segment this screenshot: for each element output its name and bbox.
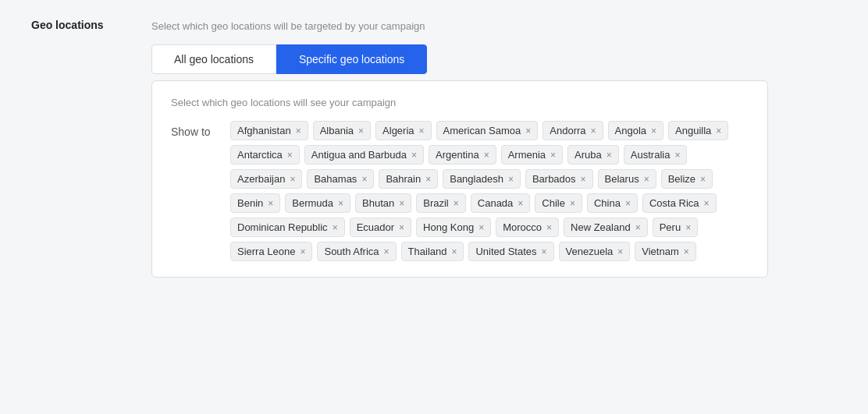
tag-close-icon[interactable]: × (625, 199, 631, 208)
tag-close-icon[interactable]: × (700, 175, 706, 184)
tag-close-icon[interactable]: × (425, 175, 431, 184)
all-geo-button[interactable]: All geo locations (151, 44, 276, 74)
tag-close-icon[interactable]: × (591, 126, 596, 136)
tag-close-icon[interactable]: × (546, 223, 552, 232)
tag-close-icon[interactable]: × (617, 247, 623, 257)
tag-close-icon[interactable]: × (685, 223, 691, 232)
list-item: Bahamas× (307, 169, 374, 189)
list-item: Belarus× (598, 169, 656, 189)
tag-close-icon[interactable]: × (419, 126, 425, 136)
tag-close-icon[interactable]: × (542, 247, 547, 257)
tag-label: China (594, 197, 621, 209)
tag-label: Dominican Republic (237, 221, 328, 233)
tag-close-icon[interactable]: × (478, 223, 484, 232)
tag-label: Argentina (436, 149, 479, 161)
tag-close-icon[interactable]: × (411, 150, 417, 160)
list-item: American Samoa× (436, 121, 539, 140)
tag-label: Andorra (550, 125, 585, 136)
tags-container: Afghanistan×Albania×Algeria×American Sam… (230, 121, 749, 261)
tag-close-icon[interactable]: × (290, 175, 295, 184)
tag-close-icon[interactable]: × (451, 247, 457, 257)
tag-label: Afghanistan (237, 125, 291, 136)
list-item: Vietnam× (635, 242, 695, 261)
tag-label: Peru (660, 221, 681, 233)
list-item: Afghanistan× (230, 121, 308, 140)
tag-label: Azerbaijan (237, 173, 285, 185)
specific-geo-button[interactable]: Specific geo locations (276, 44, 427, 74)
geo-box-description: Select which geo locations will see your… (171, 97, 749, 108)
tag-label: Australia (631, 149, 671, 161)
tag-close-icon[interactable]: × (287, 150, 293, 160)
list-item: Albania× (313, 121, 371, 140)
list-item: Peru× (653, 218, 698, 237)
tag-close-icon[interactable]: × (651, 126, 656, 136)
tag-close-icon[interactable]: × (704, 199, 710, 208)
tag-close-icon[interactable]: × (570, 199, 575, 208)
tag-close-icon[interactable]: × (338, 199, 343, 208)
list-item: Bangladesh× (443, 169, 521, 189)
list-item: Bermuda× (285, 193, 350, 213)
tag-label: Sierra Leone (237, 246, 295, 257)
tag-label: United States (475, 246, 536, 257)
list-item: Angola× (608, 121, 664, 140)
list-item: Australia× (624, 145, 688, 165)
list-item: Bhutan× (355, 193, 411, 213)
tag-label: New Zealand (571, 221, 631, 233)
tag-label: Hong Kong (423, 221, 474, 233)
list-item: Chile× (535, 193, 582, 213)
tag-label: Antarctica (237, 149, 283, 161)
list-item: New Zealand× (564, 218, 648, 237)
geo-locations-section: Geo locations Select which geo locations… (31, 16, 837, 278)
list-item: Canada× (471, 193, 531, 213)
tag-close-icon[interactable]: × (550, 150, 556, 160)
list-item: Belize× (661, 169, 713, 189)
tag-label: Bahamas (314, 173, 357, 185)
tag-close-icon[interactable]: × (508, 175, 514, 184)
list-item: Algeria× (375, 121, 431, 140)
list-item: Barbados× (525, 169, 593, 189)
list-item: Azerbaijan× (230, 169, 302, 189)
section-description: Select which geo locations will be targe… (151, 16, 837, 32)
tag-close-icon[interactable]: × (399, 199, 404, 208)
list-item: Venezuela× (559, 242, 631, 261)
tag-close-icon[interactable]: × (518, 199, 523, 208)
list-item: Dominican Republic× (230, 218, 345, 237)
tag-close-icon[interactable]: × (268, 199, 273, 208)
list-item: Costa Rica× (642, 193, 717, 213)
list-item: China× (587, 193, 638, 213)
tag-label: Morocco (503, 221, 542, 233)
list-item: Ecuador× (350, 218, 411, 237)
tag-close-icon[interactable]: × (384, 247, 390, 257)
show-to-label: Show to (171, 121, 218, 138)
tag-close-icon[interactable]: × (361, 175, 367, 184)
tag-close-icon[interactable]: × (454, 199, 459, 208)
tag-close-icon[interactable]: × (635, 223, 641, 232)
tag-close-icon[interactable]: × (333, 223, 338, 232)
tag-close-icon[interactable]: × (607, 150, 612, 160)
tag-close-icon[interactable]: × (684, 247, 689, 257)
tag-label: Aruba (575, 149, 602, 161)
tag-close-icon[interactable]: × (674, 150, 680, 160)
tag-label: Angola (615, 125, 646, 136)
tag-close-icon[interactable]: × (358, 126, 364, 136)
tag-close-icon[interactable]: × (716, 126, 721, 136)
tag-label: Chile (542, 197, 565, 209)
tag-close-icon[interactable]: × (644, 175, 649, 184)
tag-label: Belarus (605, 173, 639, 185)
tag-close-icon[interactable]: × (525, 126, 531, 136)
tag-close-icon[interactable]: × (581, 175, 586, 184)
tag-close-icon[interactable]: × (296, 126, 301, 136)
tag-label: Anguilla (675, 125, 711, 136)
tag-close-icon[interactable]: × (399, 223, 404, 232)
tag-label: Venezuela (566, 246, 614, 257)
tag-close-icon[interactable]: × (484, 150, 489, 160)
tag-label: Bahrain (386, 173, 421, 185)
list-item: Argentina× (429, 145, 496, 165)
list-item: Antarctica× (230, 145, 300, 165)
tag-close-icon[interactable]: × (300, 247, 305, 257)
list-item: Anguilla× (668, 121, 728, 140)
tag-label: Belize (668, 173, 695, 185)
tag-label: Armenia (508, 149, 546, 161)
tag-label: Bermuda (292, 197, 333, 209)
list-item: Thailand× (401, 242, 464, 261)
